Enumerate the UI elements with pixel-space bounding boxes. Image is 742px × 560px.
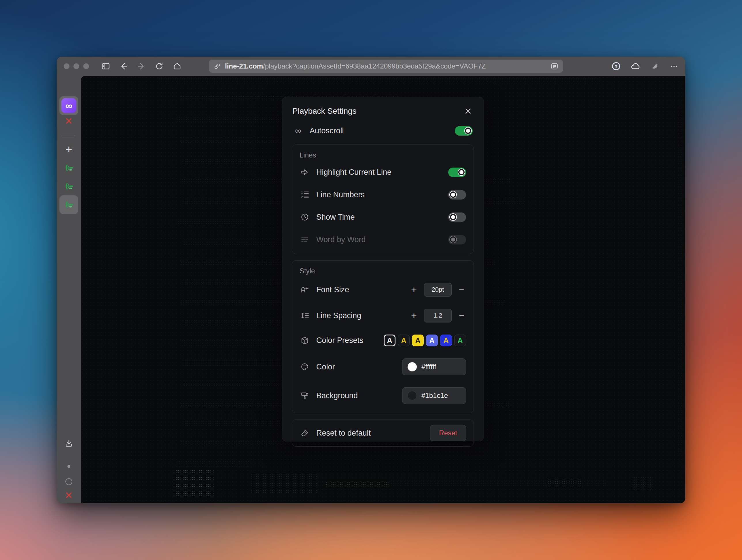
- playback-settings-modal: Playback Settings ∞ Autoscroll Lines: [282, 97, 484, 441]
- zoom-window-button[interactable]: [83, 63, 89, 69]
- color-preset[interactable]: A: [426, 335, 438, 346]
- font-size-row: Font Size + 20pt −: [300, 277, 466, 302]
- line-spacing-increase-button[interactable]: +: [410, 311, 418, 321]
- close-window-button[interactable]: [64, 63, 69, 69]
- text-color-input[interactable]: #ffffff: [402, 358, 466, 375]
- cube-icon: [300, 335, 310, 346]
- sidebar-toggle-icon[interactable]: [101, 61, 111, 71]
- font-size-icon: [300, 284, 310, 295]
- font-size-value[interactable]: 20pt: [424, 283, 452, 296]
- lines-section: Lines Highlight Current Line 12 Line Num…: [292, 145, 474, 254]
- tab-favicon-captions-1[interactable]: [64, 163, 74, 173]
- line-spacing-value[interactable]: 1.2: [424, 309, 452, 323]
- browser-sidebar: ∞ + +: [57, 76, 81, 503]
- svg-text:2: 2: [301, 195, 303, 199]
- clock-icon: [300, 212, 310, 222]
- word-by-word-icon: [300, 234, 310, 245]
- extension-icon[interactable]: [650, 61, 660, 71]
- close-tab-icon[interactable]: [65, 117, 72, 125]
- link-icon: [213, 62, 221, 70]
- background-color-value: #1b1c1e: [421, 392, 448, 400]
- color-preset[interactable]: A: [412, 335, 424, 346]
- background-color-input[interactable]: #1b1c1e: [402, 387, 466, 404]
- browser-window: line-21.com/playback?captionAssetId=6938…: [57, 57, 685, 503]
- highlight-current-line-row: Highlight Current Line: [300, 161, 466, 183]
- color-row: Color #ffffff: [300, 352, 466, 381]
- cloud-icon[interactable]: [631, 61, 640, 71]
- browser-toolbar: line-21.com/playback?captionAssetId=6938…: [57, 57, 685, 76]
- password-manager-icon[interactable]: [612, 62, 621, 71]
- arrow-right-icon: [300, 167, 310, 177]
- background-row: Background #1b1c1e: [300, 381, 466, 410]
- text-color-swatch: [408, 362, 417, 372]
- lines-heading: Lines: [300, 151, 466, 159]
- style-section: Style Font Size + 20pt −: [292, 260, 474, 413]
- line-spacing-decrease-button[interactable]: −: [458, 311, 466, 321]
- url-text: line-21.com/playback?captionAssetId=6938…: [225, 62, 486, 70]
- downloads-icon[interactable]: [64, 439, 73, 448]
- line-numbers-toggle[interactable]: [448, 190, 466, 200]
- address-bar[interactable]: line-21.com/playback?captionAssetId=6938…: [209, 60, 563, 73]
- line-numbers-row: 12 Line Numbers: [300, 183, 466, 206]
- reset-label: Reset to default: [316, 429, 371, 438]
- style-heading: Style: [300, 267, 466, 275]
- status-dot-icon: [67, 465, 70, 468]
- svg-text:1: 1: [301, 191, 303, 194]
- back-button[interactable]: [118, 61, 129, 71]
- text-color-value: #ffffff: [421, 363, 436, 371]
- pinned-app-tab[interactable]: ∞: [59, 96, 78, 115]
- forward-button[interactable]: [136, 61, 147, 71]
- tab-favicon-captions-2[interactable]: [64, 181, 74, 191]
- line-numbers-icon: 12: [300, 189, 310, 200]
- color-presets: A A A A A A: [384, 335, 466, 346]
- minimize-window-button[interactable]: [73, 63, 79, 69]
- line-spacing-row: Line Spacing + 1.2 −: [300, 302, 466, 329]
- autoscroll-toggle[interactable]: [455, 126, 473, 135]
- font-size-decrease-button[interactable]: −: [458, 285, 466, 294]
- sidebar-divider: [62, 135, 76, 136]
- color-preset[interactable]: A: [398, 335, 410, 346]
- close-session-icon[interactable]: [65, 492, 72, 499]
- new-tab-button[interactable]: +: [65, 144, 72, 155]
- highlight-current-line-toggle[interactable]: [448, 168, 466, 177]
- more-menu-icon[interactable]: [670, 62, 678, 70]
- show-time-toggle[interactable]: [448, 213, 466, 222]
- desktop-wallpaper: line-21.com/playback?captionAssetId=6938…: [0, 0, 742, 560]
- word-by-word-toggle[interactable]: [448, 235, 466, 244]
- background-color-swatch: [408, 391, 417, 400]
- autoscroll-label: Autoscroll: [310, 126, 344, 135]
- show-time-row: Show Time: [300, 206, 466, 228]
- traffic-lights: [64, 63, 89, 69]
- close-modal-button[interactable]: [463, 106, 473, 116]
- line-spacing-icon: [300, 311, 310, 321]
- reader-view-icon[interactable]: [550, 62, 559, 70]
- reset-button[interactable]: Reset: [430, 425, 466, 441]
- reset-section: Reset to default Reset: [292, 419, 474, 447]
- paint-roller-icon: [300, 390, 310, 401]
- palette-icon: [300, 361, 310, 372]
- infinity-icon: ∞: [293, 125, 303, 136]
- color-presets-row: Color Presets A A A A A A: [300, 329, 466, 352]
- eraser-icon: [300, 428, 310, 438]
- reset-row: Reset to default Reset: [300, 425, 466, 441]
- app-logo-icon: ∞: [61, 98, 76, 113]
- word-by-word-row: Word by Word: [300, 228, 466, 251]
- reload-button[interactable]: [154, 61, 164, 71]
- modal-title: Playback Settings: [293, 107, 357, 116]
- tab-favicon-captions-active[interactable]: [59, 195, 78, 214]
- autoscroll-row: ∞ Autoscroll: [292, 118, 474, 145]
- toolbar-extensions: [612, 61, 678, 71]
- home-button[interactable]: [172, 61, 182, 71]
- color-preset[interactable]: A: [384, 335, 395, 346]
- color-preset[interactable]: A: [454, 335, 466, 346]
- font-size-increase-button[interactable]: +: [410, 285, 418, 294]
- status-ring-icon: [65, 478, 72, 485]
- color-preset[interactable]: A: [440, 335, 452, 346]
